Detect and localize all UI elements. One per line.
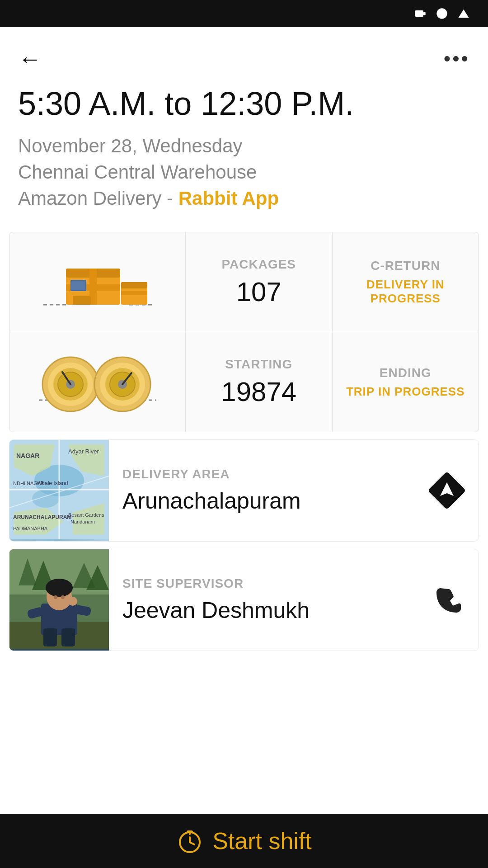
c-return-cell: C-RETURN DELIVERY IN PROGRESS — [333, 232, 479, 332]
delivery-area-content: DELIVERY AREA Arunachalapuram — [109, 440, 429, 541]
ending-status: TRIP IN PROGRESS — [346, 385, 465, 399]
svg-rect-11 — [71, 281, 85, 290]
svg-point-61 — [46, 579, 73, 597]
stats-row-packages: PACKAGES 107 C-RETURN DELIVERY IN PROGRE… — [9, 232, 479, 332]
start-shift-button[interactable]: Start shift — [176, 827, 312, 854]
svg-text:NDHI NAGAR: NDHI NAGAR — [13, 481, 44, 486]
c-return-status: DELIVERY IN PROGRESS — [337, 278, 474, 306]
date-line: November 28, Wednesday — [18, 135, 470, 157]
supervisor-call[interactable] — [433, 549, 479, 651]
supervisor-content: SITE SUPERVISOR Jeevan Deshmukh — [109, 549, 433, 651]
svg-rect-14 — [121, 291, 147, 295]
svg-point-62 — [54, 595, 57, 599]
packages-value: 107 — [236, 276, 282, 307]
start-shift-label: Start shift — [212, 827, 312, 854]
service-line: Amazon Delivery - Rabbit App — [18, 188, 470, 209]
supervisor-photo — [9, 549, 109, 651]
ending-cell: ENDING TRIP IN PROGRESS — [333, 332, 479, 432]
more-menu-button[interactable]: ••• — [444, 47, 470, 70]
packages-label: PACKAGES — [221, 257, 296, 272]
service-app: Rabbit App — [178, 188, 279, 209]
battery-icon — [414, 7, 427, 20]
timer-icon — [176, 827, 203, 854]
svg-rect-65 — [43, 628, 57, 646]
supervisor-name: Jeevan Deshmukh — [122, 597, 420, 623]
svg-rect-13 — [121, 282, 147, 288]
svg-text:ARUNACHALAPURAM: ARUNACHALAPURAM — [13, 514, 71, 520]
bottom-bar: Start shift — [0, 814, 488, 868]
wifi-icon — [457, 7, 470, 20]
starting-cell: STARTING 19874 — [186, 332, 333, 432]
svg-line-70 — [190, 842, 194, 844]
delivery-area-navigate[interactable] — [429, 440, 479, 541]
svg-text:PADMANABHA: PADMANABHA — [13, 526, 48, 531]
svg-rect-15 — [73, 296, 91, 305]
odometer-illustration — [9, 332, 186, 432]
starting-label: STARTING — [225, 357, 292, 372]
svg-text:Nandanam: Nandanam — [70, 519, 95, 524]
stats-row-odometer: STARTING 19874 ENDING TRIP IN PROGRESS — [9, 332, 479, 432]
info-lines: November 28, Wednesday Chennai Central W… — [0, 135, 488, 232]
phone-icon — [433, 584, 465, 616]
odometer-icon — [34, 350, 161, 414]
svg-marker-3 — [458, 9, 469, 18]
packages-count-cell: PACKAGES 107 — [186, 232, 333, 332]
package-icon — [39, 246, 156, 318]
svg-rect-1 — [423, 12, 426, 15]
svg-point-64 — [68, 597, 77, 606]
svg-text:Besant Gardens: Besant Gardens — [68, 512, 104, 518]
svg-point-63 — [61, 595, 65, 599]
supervisor-avatar — [9, 549, 109, 649]
signal-icon — [436, 7, 448, 20]
warehouse-line: Chennai Central Warehouse — [18, 161, 470, 183]
svg-rect-71 — [187, 830, 193, 833]
svg-rect-0 — [415, 10, 423, 17]
ending-label: ENDING — [380, 366, 432, 380]
time-range-heading: 5:30 A.M. to 12:30 P.M. — [0, 81, 488, 135]
navigate-icon — [429, 472, 465, 509]
svg-text:Adyar River: Adyar River — [68, 448, 99, 455]
map-thumbnail: NAGAR Adyar River Whale Island NDHI NAGA… — [9, 440, 109, 539]
delivery-area-name: Arunachalapuram — [122, 488, 415, 514]
supervisor-card[interactable]: SITE SUPERVISOR Jeevan Deshmukh — [9, 549, 479, 651]
delivery-area-sublabel: DELIVERY AREA — [122, 467, 415, 481]
svg-rect-66 — [61, 628, 75, 646]
service-prefix: Amazon Delivery - — [18, 188, 178, 209]
svg-point-32 — [32, 490, 59, 508]
starting-value: 19874 — [221, 376, 296, 407]
delivery-area-map: NAGAR Adyar River Whale Island NDHI NAGA… — [9, 440, 109, 541]
delivery-area-card[interactable]: NAGAR Adyar River Whale Island NDHI NAGA… — [9, 439, 479, 542]
svg-text:NAGAR: NAGAR — [16, 452, 39, 459]
stats-grid: PACKAGES 107 C-RETURN DELIVERY IN PROGRE… — [9, 232, 479, 432]
svg-point-2 — [436, 8, 447, 19]
packages-illustration — [9, 232, 186, 332]
supervisor-sublabel: SITE SUPERVISOR — [122, 576, 420, 591]
header-nav: ← ••• — [0, 27, 488, 81]
status-bar — [0, 0, 488, 27]
back-button[interactable]: ← — [18, 45, 42, 72]
c-return-label: C-RETURN — [371, 259, 440, 273]
